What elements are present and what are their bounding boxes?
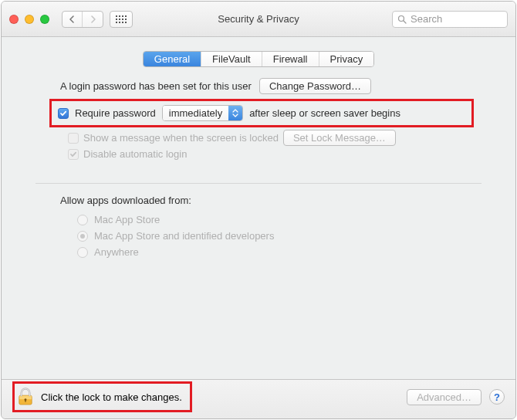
stepper-arrows-icon (228, 106, 242, 120)
help-button[interactable]: ? (489, 389, 505, 405)
zoom-window-button[interactable] (40, 15, 49, 24)
system-preferences-window: Security & Privacy Search General FileVa… (1, 1, 516, 419)
tab-privacy[interactable]: Privacy (319, 52, 374, 66)
window-controls (9, 15, 49, 24)
set-lock-message-button: Set Lock Message… (283, 130, 396, 146)
lock-highlight: Click the lock to make changes. (12, 381, 192, 412)
change-password-button[interactable]: Change Password… (259, 78, 371, 94)
allow-identified-developers-label: Mac App Store and identified developers (94, 230, 274, 242)
show-lock-message-label: Show a message when the screen is locked (83, 132, 279, 144)
advanced-button: Advanced… (407, 389, 482, 405)
allow-mac-app-store-radio (77, 215, 88, 225)
require-password-delay-select[interactable]: immediately (162, 105, 243, 121)
show-lock-message-checkbox (68, 133, 79, 144)
login-password-label: A login password has been set for this u… (60, 80, 252, 92)
show-message-row: Show a message when the screen is locked… (68, 130, 485, 146)
svg-line-1 (404, 21, 406, 23)
back-button[interactable] (63, 12, 83, 27)
allow-identified-developers-row: Mac App Store and identified developers (77, 230, 485, 242)
search-icon (397, 15, 407, 24)
svg-point-0 (399, 15, 404, 21)
search-placeholder: Search (411, 13, 502, 25)
require-password-label-pre: Require password (75, 107, 156, 119)
show-all-button[interactable] (110, 11, 133, 28)
select-value: immediately (163, 106, 228, 120)
svg-rect-5 (25, 400, 25, 402)
lock-text: Click the lock to make changes. (41, 391, 182, 403)
allow-apps-title: Allow apps downloaded from: (60, 195, 485, 206)
tab-general[interactable]: General (144, 52, 201, 66)
tab-bar: General FileVault Firewall Privacy (143, 51, 374, 67)
forward-button[interactable] (83, 12, 103, 27)
section-divider (35, 183, 482, 184)
allow-mac-app-store-row: Mac App Store (77, 214, 485, 225)
lock-icon[interactable] (18, 388, 33, 406)
disable-auto-login-checkbox (68, 149, 79, 160)
general-pane: A login password has been set for this u… (2, 78, 515, 286)
minimize-window-button[interactable] (25, 15, 34, 24)
allow-mac-app-store-label: Mac App Store (94, 214, 160, 225)
search-input[interactable]: Search (392, 11, 508, 28)
preferences-body: General FileVault Firewall Privacy A log… (2, 37, 515, 380)
close-window-button[interactable] (9, 15, 19, 24)
footer: Click the lock to make changes. Advanced… (2, 380, 515, 418)
disable-auto-login-label: Disable automatic login (83, 148, 187, 160)
titlebar: Security & Privacy Search (2, 2, 515, 37)
require-password-label-post: after sleep or screen saver begins (249, 107, 400, 119)
allow-anywhere-label: Anywhere (94, 246, 139, 258)
login-password-row: A login password has been set for this u… (60, 78, 485, 94)
require-password-highlight: Require password immediately after sleep… (49, 99, 474, 127)
allow-anywhere-radio (77, 247, 88, 258)
require-password-checkbox[interactable] (58, 108, 69, 119)
tab-filevault[interactable]: FileVault (201, 52, 262, 66)
grid-icon (116, 15, 127, 23)
nav-group (62, 11, 103, 28)
allow-identified-developers-radio (77, 231, 88, 242)
disable-auto-login-row: Disable automatic login (68, 148, 485, 160)
allow-apps-section: Allow apps downloaded from: Mac App Stor… (60, 195, 485, 258)
allow-anywhere-row: Anywhere (77, 246, 485, 258)
tab-firewall[interactable]: Firewall (262, 52, 319, 66)
